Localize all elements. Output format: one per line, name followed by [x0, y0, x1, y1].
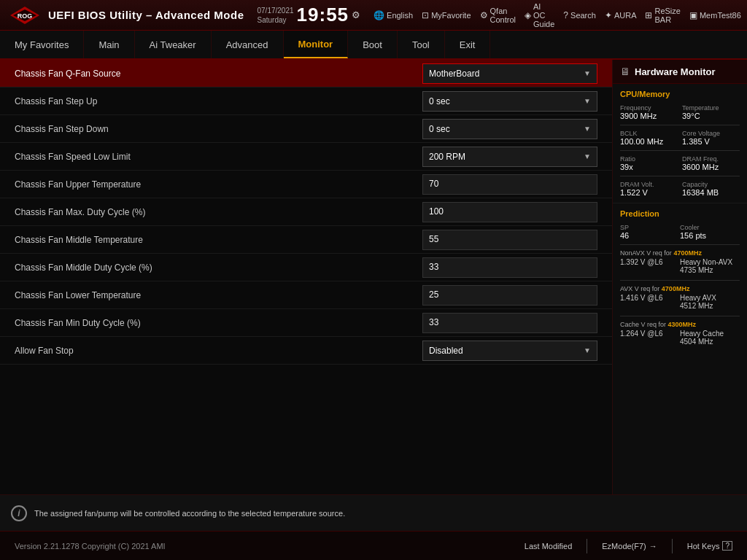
- setting-value-chassis-fan-upper-temp[interactable]: 70: [422, 174, 597, 195]
- nav-item-favorites[interactable]: My Favorites: [0, 31, 84, 58]
- hw-ratio: Ratio 39x: [620, 155, 678, 171]
- hw-bclk: BCLK 100.00 MHz: [620, 130, 678, 146]
- nav-item-advanced[interactable]: Advanced: [212, 31, 284, 58]
- tool-aioc[interactable]: ◈ AI OC Guide: [525, 2, 554, 28]
- setting-row-chassis-fan-min-duty: Chassis Fan Min Duty Cycle (%)33: [0, 309, 612, 337]
- prediction-section: Prediction SP 46 Cooler 156 pts NonAVX V…: [613, 203, 747, 357]
- tool-search[interactable]: ? Search: [563, 10, 596, 20]
- input-chassis-fan-lower-temp[interactable]: 25: [422, 285, 597, 306]
- setting-label-allow-fan-stop: Allow Fan Stop: [15, 340, 422, 362]
- hw-divider2: [620, 150, 740, 151]
- fan-icon: ⚙: [480, 10, 488, 20]
- time-display: 19:55: [297, 4, 349, 26]
- pred-divider1: [620, 244, 740, 245]
- ez-mode-btn[interactable]: EzMode(F7) →: [602, 542, 657, 551]
- setting-value-allow-fan-stop[interactable]: Disabled▼: [422, 341, 597, 361]
- main-layout: Chassis Fan Q-Fan SourceMotherBoard▼Chas…: [0, 60, 747, 494]
- setting-label-chassis-fan-lower-temp: Chassis Fan Lower Temperature: [15, 284, 422, 306]
- nav-item-monitor[interactable]: Monitor: [284, 31, 349, 58]
- cpu-memory-section: CPU/Memory Frequency 3900 MHz Temperatur…: [613, 84, 747, 203]
- setting-value-chassis-fan-middle-temp[interactable]: 55: [422, 230, 597, 250]
- hw-dram-volt: DRAM Volt. 1.522 V: [620, 181, 678, 197]
- hw-grid3: Ratio 39x DRAM Freq. 3600 MHz: [620, 155, 740, 171]
- input-chassis-fan-max-duty[interactable]: 100: [422, 202, 597, 222]
- pred-divider2: [620, 280, 740, 281]
- resize-icon: ⊞: [645, 10, 652, 20]
- setting-row-chassis-fan-max-duty: Chassis Fan Max. Duty Cycle (%)100: [0, 198, 612, 226]
- sp-cooler-row: SP 46 Cooler 156 pts: [620, 224, 740, 240]
- setting-label-chassis-fan-middle-temp: Chassis Fan Middle Temperature: [15, 229, 422, 251]
- footer: Version 2.21.1278 Copyright (C) 2021 AMI…: [0, 531, 747, 560]
- footer-divider1: [587, 539, 587, 553]
- monitor-icon: 🖥: [620, 66, 630, 77]
- tool-aura[interactable]: ✦ AURA: [605, 10, 637, 20]
- tool-resizebar[interactable]: ⊞ ReSize BAR: [645, 7, 680, 24]
- search-icon: ?: [563, 10, 568, 20]
- setting-value-chassis-fan-min-duty[interactable]: 33: [422, 313, 597, 333]
- arrow-right-icon: →: [649, 542, 657, 551]
- dropdown-chassis-fan-speed-low-limit[interactable]: 200 RPM▼: [422, 147, 597, 167]
- hot-keys-btn[interactable]: Hot Keys ?: [687, 541, 732, 551]
- footer-divider2: [672, 539, 673, 553]
- tool-memtest[interactable]: ▣ MemTest86: [689, 10, 741, 20]
- setting-row-chassis-fan-speed-low-limit: Chassis Fan Speed Low Limit200 RPM▼: [0, 143, 612, 171]
- hw-core-voltage: Core Voltage 1.385 V: [682, 130, 740, 146]
- tool-qfan[interactable]: ⚙ Qfan Control: [480, 7, 516, 24]
- dropdown-chassis-fan-qfan-source[interactable]: MotherBoard▼: [422, 63, 597, 84]
- setting-value-chassis-fan-step-down[interactable]: 0 sec▼: [422, 119, 597, 139]
- chevron-down-icon: ▼: [584, 152, 591, 160]
- last-modified-btn[interactable]: Last Modified: [525, 542, 572, 551]
- info-icon: i: [11, 505, 27, 521]
- footer-version: Version 2.21.1278 Copyright (C) 2021 AMI: [15, 542, 166, 551]
- setting-label-chassis-fan-speed-low-limit: Chassis Fan Speed Low Limit: [15, 146, 422, 168]
- ai-icon: ◈: [525, 10, 531, 20]
- setting-row-allow-fan-stop: Allow Fan StopDisabled▼: [0, 337, 612, 365]
- chevron-down-icon: ▼: [584, 97, 591, 105]
- hw-grid4: DRAM Volt. 1.522 V Capacity 16384 MB: [620, 181, 740, 197]
- tool-language[interactable]: 🌐 English: [374, 10, 413, 20]
- logo-area: ROG UEFI BIOS Utility – Advanced Mode: [7, 4, 244, 27]
- tool-myfavorite[interactable]: ⊡ MyFavorite: [422, 10, 471, 20]
- input-chassis-fan-middle-temp[interactable]: 55: [422, 230, 597, 250]
- dropdown-chassis-fan-step-down[interactable]: 0 sec▼: [422, 119, 597, 139]
- nav-item-exit[interactable]: Exit: [445, 31, 491, 58]
- footer-actions: Last Modified EzMode(F7) → Hot Keys ?: [525, 539, 732, 553]
- hot-keys-icon: ?: [722, 541, 732, 551]
- header: ROG UEFI BIOS Utility – Advanced Mode 07…: [0, 0, 747, 31]
- setting-value-chassis-fan-step-up[interactable]: 0 sec▼: [422, 91, 597, 112]
- chevron-down-icon: ▼: [584, 125, 591, 133]
- date-box: 07/17/2021 Saturday: [257, 6, 293, 25]
- dropdown-allow-fan-stop[interactable]: Disabled▼: [422, 341, 597, 361]
- setting-label-chassis-fan-qfan-source: Chassis Fan Q-Fan Source: [15, 63, 422, 85]
- setting-value-chassis-fan-lower-temp[interactable]: 25: [422, 285, 597, 306]
- setting-value-chassis-fan-middle-duty[interactable]: 33: [422, 257, 597, 278]
- content-area: Chassis Fan Q-Fan SourceMotherBoard▼Chas…: [0, 60, 612, 494]
- cpu-memory-grid: Frequency 3900 MHz Temperature 39°C: [620, 104, 740, 120]
- app-title: UEFI BIOS Utility – Advanced Mode: [48, 9, 244, 21]
- setting-value-chassis-fan-qfan-source[interactable]: MotherBoard▼: [422, 63, 597, 84]
- input-chassis-fan-middle-duty[interactable]: 33: [422, 257, 597, 278]
- cache-block: Cache V req for 4300MHz 1.264 V @L6 Heav…: [620, 321, 740, 346]
- dropdown-chassis-fan-step-up[interactable]: 0 sec▼: [422, 91, 597, 112]
- setting-row-chassis-fan-step-down: Chassis Fan Step Down0 sec▼: [0, 115, 612, 143]
- cooler-col: Cooler 156 pts: [680, 224, 740, 240]
- setting-value-chassis-fan-speed-low-limit[interactable]: 200 RPM▼: [422, 147, 597, 167]
- setting-label-chassis-fan-step-up: Chassis Fan Step Up: [15, 90, 422, 112]
- nonavx-vals: 1.392 V @L6 Heavy Non-AVX 4735 MHz: [620, 258, 740, 274]
- nav-item-aitweaker[interactable]: Ai Tweaker: [135, 31, 212, 58]
- setting-row-chassis-fan-lower-temp: Chassis Fan Lower Temperature25: [0, 281, 612, 309]
- input-chassis-fan-upper-temp[interactable]: 70: [422, 174, 597, 195]
- info-bar: i The assigned fan/pump will be controll…: [0, 494, 747, 531]
- pred-divider3: [620, 316, 740, 316]
- chevron-down-icon: ▼: [584, 69, 591, 77]
- input-chassis-fan-min-duty[interactable]: 33: [422, 313, 597, 333]
- settings-icon[interactable]: ⚙: [352, 9, 360, 20]
- setting-value-chassis-fan-max-duty[interactable]: 100: [422, 202, 597, 222]
- hw-panel-header: 🖥 Hardware Monitor: [613, 60, 747, 84]
- svg-text:ROG: ROG: [18, 12, 33, 20]
- hw-panel-title: Hardware Monitor: [635, 66, 716, 77]
- nav-item-main[interactable]: Main: [84, 31, 134, 58]
- setting-row-chassis-fan-middle-temp: Chassis Fan Middle Temperature55: [0, 226, 612, 254]
- nav-item-tool[interactable]: Tool: [398, 31, 445, 58]
- nav-item-boot[interactable]: Boot: [348, 31, 398, 58]
